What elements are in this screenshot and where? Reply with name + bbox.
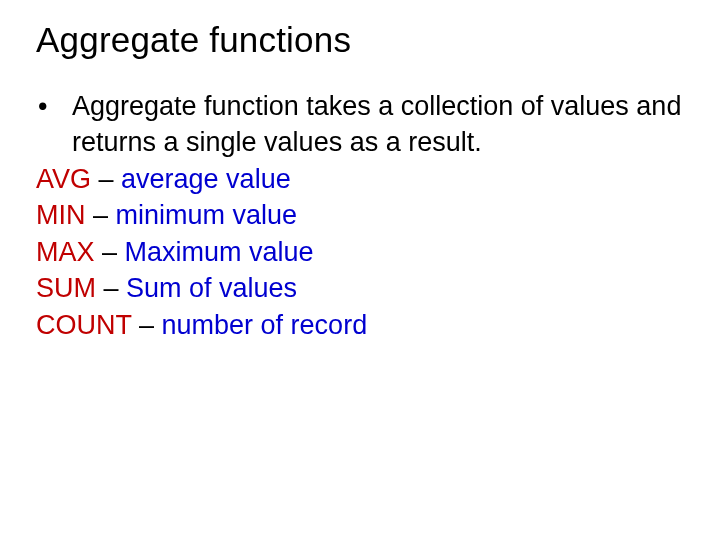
bullet-dot: • [36, 88, 72, 124]
function-dash: – [132, 310, 162, 340]
function-dash: – [86, 200, 116, 230]
bullet-text: Aggregate function takes a collection of… [72, 88, 684, 161]
function-keyword: COUNT [36, 310, 132, 340]
bullet-item: • Aggregate function takes a collection … [36, 88, 684, 161]
function-dash: – [95, 237, 125, 267]
function-desc: minimum value [116, 200, 298, 230]
slide: Aggregate functions • Aggregate function… [0, 0, 720, 540]
function-line: COUNT – number of record [36, 307, 684, 343]
slide-title: Aggregate functions [36, 20, 684, 60]
function-keyword: MIN [36, 200, 86, 230]
function-dash: – [91, 164, 121, 194]
function-desc: Sum of values [126, 273, 297, 303]
function-dash: – [96, 273, 126, 303]
function-desc: average value [121, 164, 291, 194]
function-keyword: SUM [36, 273, 96, 303]
function-line: AVG – average value [36, 161, 684, 197]
function-desc: number of record [162, 310, 368, 340]
function-line: MIN – minimum value [36, 197, 684, 233]
function-line: SUM – Sum of values [36, 270, 684, 306]
function-keyword: AVG [36, 164, 91, 194]
function-keyword: MAX [36, 237, 95, 267]
function-line: MAX – Maximum value [36, 234, 684, 270]
slide-body: • Aggregate function takes a collection … [36, 88, 684, 343]
function-desc: Maximum value [125, 237, 314, 267]
